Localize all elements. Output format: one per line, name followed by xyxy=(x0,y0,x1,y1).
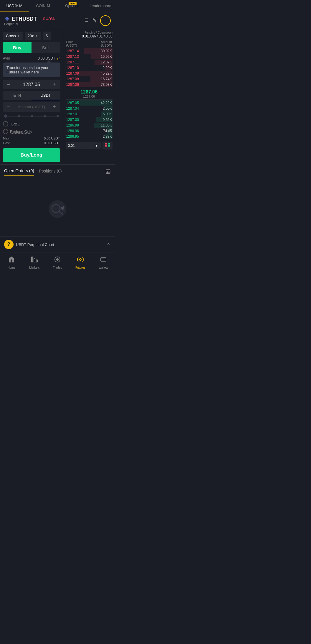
ask-order-row[interactable]: 1287.14 30.02K xyxy=(66,48,113,54)
sell-tab[interactable]: Sell xyxy=(32,42,60,53)
leverage-slider[interactable] xyxy=(3,115,60,118)
slider-handle[interactable] xyxy=(4,114,8,118)
s-button[interactable]: S xyxy=(43,32,51,40)
top-nav: USD⑤-M COIN-M New Options Leaderboard xyxy=(0,0,115,12)
nav-markets[interactable]: Markets xyxy=(23,255,46,270)
tooltip-arrow xyxy=(47,60,51,63)
bid-price: 1286.99 xyxy=(66,123,79,127)
cost-value: 0.00 USDT xyxy=(44,141,60,145)
empty-state xyxy=(0,177,115,236)
chevron-down-icon: ▼ xyxy=(17,34,20,37)
tab-leaderboard[interactable]: Leaderboard xyxy=(86,0,115,12)
ask-order-row[interactable]: 1287.11 12.87K xyxy=(66,60,113,65)
tab-usdm[interactable]: USD⑤-M xyxy=(0,0,29,12)
amount-input[interactable]: Amount (USDT) xyxy=(12,105,51,109)
futures-icon xyxy=(77,256,84,265)
svg-point-17 xyxy=(49,200,66,218)
ask-order-row[interactable]: 1287.13 15.92K xyxy=(66,54,113,59)
margin-mode-dropdown[interactable]: Cross ▼ xyxy=(3,32,23,40)
mid-price-sub: 1287.06 xyxy=(66,95,113,98)
settings-icon[interactable] xyxy=(84,17,89,24)
contract-type: Perpetual xyxy=(4,22,84,26)
ob-view-button[interactable] xyxy=(102,142,113,150)
wallets-label: Wallets xyxy=(99,266,108,269)
chart-icon[interactable] xyxy=(92,17,97,24)
bid-order-row[interactable]: 1287.05 42.22K xyxy=(66,100,113,106)
ob-size-dropdown[interactable]: 0.01 ▼ xyxy=(66,142,101,149)
orders-tabs: Open Orders (0) Positions (0) xyxy=(4,168,111,176)
bid-order-row[interactable]: 1287.04 2.50K xyxy=(66,106,113,111)
usdt-toggle-btn[interactable]: USDT xyxy=(32,91,60,100)
nav-futures[interactable]: Futures xyxy=(69,255,92,270)
ask-order-row[interactable]: 1287.09 45.22K xyxy=(66,71,113,76)
ask-price: 1287.08 xyxy=(66,77,79,81)
amount-minus-button[interactable]: − xyxy=(5,103,12,111)
eth-toggle-btn[interactable]: ETH xyxy=(3,91,32,100)
amount-input-row[interactable]: − Amount (USDT) + xyxy=(3,102,60,112)
ask-order-row[interactable]: 1287.08 16.74K xyxy=(66,76,113,82)
ask-order-row[interactable]: 1287.10 2.20K xyxy=(66,65,113,70)
price-minus-button[interactable]: − xyxy=(5,81,12,88)
bid-price: 1287.01 xyxy=(66,112,79,116)
leverage-dropdown[interactable]: 20x ▼ xyxy=(25,32,41,40)
ob-controls: 0.01 ▼ xyxy=(66,142,113,150)
price-change: -0.40% xyxy=(42,17,54,21)
bid-price: 1287.00 xyxy=(66,118,79,122)
header-actions: ··· xyxy=(84,15,111,26)
price-input[interactable]: 1287.05 xyxy=(12,82,51,87)
help-button[interactable]: ? xyxy=(4,240,14,249)
bid-order-row[interactable]: 1286.96 74.65 xyxy=(66,128,113,134)
chart-collapse-button[interactable] xyxy=(106,242,111,247)
bid-order-row[interactable]: 1287.01 5.00K xyxy=(66,111,113,117)
nav-home[interactable]: Home xyxy=(0,255,23,270)
slider-dot-25[interactable] xyxy=(18,115,20,117)
nav-wallets[interactable]: Wallets xyxy=(92,255,115,270)
chart-bar-label[interactable]: USDT Perpetual Chart xyxy=(16,242,104,247)
buy-tab[interactable]: Buy xyxy=(3,42,32,53)
trading-pair[interactable]: ETHUSDT xyxy=(12,16,37,22)
reduce-only-checkbox-row: Reduce Only xyxy=(3,129,60,134)
tab-options[interactable]: New Options xyxy=(57,0,86,12)
svg-rect-11 xyxy=(105,145,107,147)
ask-order-row[interactable]: 1287.06 73.03K xyxy=(66,82,113,87)
chevron-down-icon: ▼ xyxy=(95,144,98,148)
wallets-icon xyxy=(100,256,107,265)
amount-plus-button[interactable]: + xyxy=(51,103,58,111)
open-orders-tab[interactable]: Open Orders (0) xyxy=(4,168,34,176)
slider-track xyxy=(4,115,59,118)
slider-dot-100[interactable] xyxy=(57,115,59,117)
header-left: ETHUSDT -0.40% Perpetual xyxy=(4,16,84,26)
bid-price: 1286.96 xyxy=(66,129,79,133)
buy-long-button[interactable]: Buy/Long xyxy=(3,148,60,162)
positions-tab[interactable]: Positions (0) xyxy=(39,169,62,176)
new-badge: New xyxy=(69,2,77,5)
svg-rect-9 xyxy=(105,143,107,144)
controls-row: Cross ▼ 20x ▼ S xyxy=(3,32,60,40)
slider-dot-75[interactable] xyxy=(44,115,46,117)
nav-trades[interactable]: Trades xyxy=(46,255,69,270)
bid-order-row[interactable]: 1286.99 11.36K xyxy=(66,123,113,128)
tpsl-checkbox[interactable] xyxy=(3,121,8,126)
main-content: Cross ▼ 20x ▼ S Buy Sell Avbl 0.00 U xyxy=(0,29,115,164)
slider-dot-50[interactable] xyxy=(31,115,33,117)
reduce-only-checkbox[interactable] xyxy=(3,129,8,134)
price-input-row[interactable]: − 1287.05 + xyxy=(3,80,60,89)
price-header: Price (USDT) xyxy=(66,40,77,47)
bid-price: 1287.05 xyxy=(66,101,79,105)
reduce-only-label[interactable]: Reduce Only xyxy=(10,129,32,134)
bid-order-row[interactable]: 1287.00 9.55K xyxy=(66,117,113,122)
tooltip-box: Transfer assets into your Futures wallet… xyxy=(3,63,60,77)
orders-menu-icon[interactable] xyxy=(105,169,111,176)
bid-order-row[interactable]: 1286.95 2.33K xyxy=(66,134,113,139)
mid-price: 1287.06 1287.06 xyxy=(66,88,113,100)
more-menu-button[interactable]: ··· xyxy=(100,15,111,26)
transfer-icon[interactable]: ⇄ xyxy=(57,56,60,61)
order-book-header: Price (USDT) Amount (USDT) xyxy=(66,40,113,47)
funding-label[interactable]: Funding / Countdown xyxy=(66,31,113,34)
tab-coinm[interactable]: COIN-M xyxy=(29,0,58,12)
price-plus-button[interactable]: + xyxy=(51,81,58,88)
home-label: Home xyxy=(8,266,16,269)
bottom-chart-bar: ? USDT Perpetual Chart xyxy=(0,236,115,252)
bottom-nav: Home Markets Trades Future xyxy=(0,252,115,272)
tpsl-label[interactable]: TP/SL xyxy=(10,122,21,126)
